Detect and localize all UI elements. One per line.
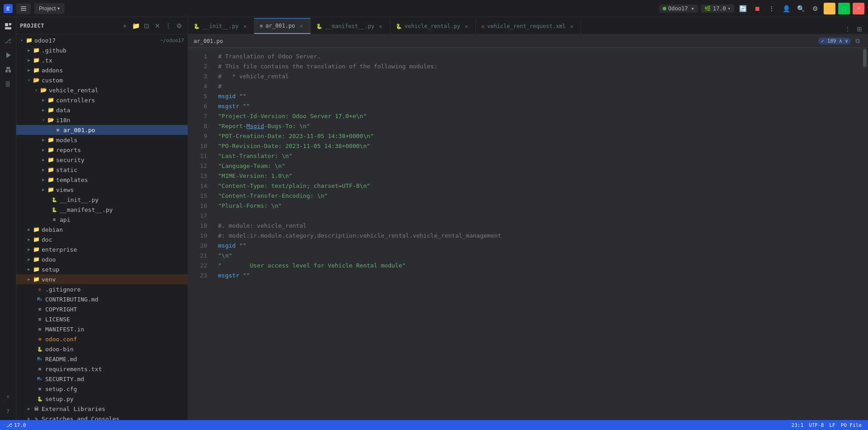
tree-debian[interactable]: ▶ 📁 debian <box>16 225 188 234</box>
svg-rect-8 <box>5 70 8 72</box>
status-file-type[interactable]: PO File <box>838 422 864 428</box>
tree-controllers[interactable]: ▶ 📁 controllers <box>16 95 188 105</box>
maximize-btn[interactable]: □ <box>838 3 850 14</box>
tree-contributing[interactable]: M↓ CONTRIBUTING.md <box>16 294 188 304</box>
tree-venv[interactable]: ▶ 📁 venv <box>16 274 188 284</box>
panel-new-folder[interactable]: 📁 <box>131 21 141 31</box>
activity-database[interactable]: 🗄 <box>2 78 14 91</box>
code-line-2: # This file contains the translation of … <box>218 62 862 72</box>
tree-manifest-in[interactable]: ≡ MANIFEST.in <box>16 324 188 334</box>
tree-i18n[interactable]: ▾ 📂 i18n <box>16 115 188 125</box>
close-btn[interactable]: ✕ <box>853 3 864 14</box>
tree-manifest-py[interactable]: 🐍 __manifest__.py <box>16 205 188 215</box>
project-btn[interactable]: Project ▾ <box>34 3 64 14</box>
tree-custom[interactable]: ▾ 📂 custom <box>16 75 188 85</box>
panel-collapse[interactable]: ⊡ <box>142 21 152 31</box>
tree-views[interactable]: ▶ 📁 views <box>16 185 188 195</box>
code-editor[interactable]: 1 2 3 4 5 6 7 8 9 10 11 12 13 14 15 16 1… <box>188 48 868 420</box>
panel-new-file[interactable]: + <box>120 21 130 31</box>
tab-more-btn[interactable]: ⋮ <box>843 24 853 34</box>
code-line-6: msgstr "" <box>218 101 862 111</box>
update-icon[interactable]: 🔄 <box>737 3 749 14</box>
editor-scrollbar[interactable] <box>862 48 868 420</box>
tree-templates[interactable]: ▶ 📁 templates <box>16 175 188 185</box>
odoo-badge[interactable]: Odoo17 ▾ <box>659 5 698 13</box>
tree-external-libs[interactable]: ▶ 🏛 External Libraries <box>16 404 188 414</box>
tree-reports[interactable]: ▶ 📁 reports <box>16 145 188 155</box>
tree-addons[interactable]: ▶ 📁 addons <box>16 65 188 75</box>
tree-root[interactable]: ▾ 📁 odoo17 ~/odoo17 <box>16 35 188 45</box>
code-line-19: #: model:ir.module.category,description:… <box>218 231 862 241</box>
activity-bar: ⎇ 🗄 ⚡ ? <box>0 17 16 420</box>
panel-settings[interactable]: ⚙ <box>174 21 184 31</box>
settings-icon[interactable]: ⚙ <box>809 3 821 14</box>
tree-ar001-po[interactable]: ≡ ar_001.po <box>16 125 188 135</box>
svg-rect-9 <box>9 70 11 72</box>
minimize-btn[interactable]: — <box>824 3 835 14</box>
tree-enterprise[interactable]: ▶ 📁 enterprise <box>16 244 188 254</box>
tree-setup-cfg[interactable]: ≡ setup.cfg <box>16 384 188 394</box>
panel-more[interactable]: ⋮ <box>163 21 173 31</box>
status-line-sep[interactable]: LF <box>826 422 838 428</box>
tree-api[interactable]: ≡ api <box>16 215 188 225</box>
editor-split-btn[interactable]: ⧉ <box>853 36 863 46</box>
svg-rect-2 <box>21 8 26 9</box>
line-numbers: 1 2 3 4 5 6 7 8 9 10 11 12 13 14 15 16 1… <box>188 48 211 420</box>
tree-odoo[interactable]: ▶ 📁 odoo <box>16 254 188 264</box>
tree-github[interactable]: ▶ 📁 .github <box>16 45 188 55</box>
svg-rect-3 <box>21 10 26 11</box>
panel-close[interactable]: ✕ <box>152 21 162 31</box>
code-line-11: "Last-Translator: \n" <box>218 151 862 161</box>
tree-copyright[interactable]: ≡ COPYRIGHT <box>16 304 188 314</box>
code-line-18: #. module: vehicle_rental <box>218 221 862 231</box>
activity-git[interactable]: ⎇ <box>2 34 14 47</box>
tree-static[interactable]: ▶ 📁 static <box>16 165 188 175</box>
code-content[interactable]: # Translation of Odoo Server. # This fil… <box>211 48 862 420</box>
line-counter-badge: ✓ 189 ∧ ∨ <box>818 38 851 44</box>
tab-init-py[interactable]: 🐍 __init__.py ✕ <box>188 18 254 34</box>
tree-scratches[interactable]: ▶ ✎ Scratches and Consoles <box>16 414 188 420</box>
panel-header: Project + 📁 ⊡ ✕ ⋮ ⚙ <box>16 17 188 34</box>
tree-setup-py[interactable]: 🐍 setup.py <box>16 394 188 404</box>
tab-manifest-py[interactable]: 🐍 __manifest__.py ✕ <box>311 18 390 34</box>
tree-doc[interactable]: ▶ 📁 doc <box>16 234 188 244</box>
tab-bar: 🐍 __init__.py ✕ ≡ ar_001.po ✕ 🐍 __manife… <box>188 17 868 34</box>
svg-rect-6 <box>5 27 11 29</box>
user-icon[interactable]: 👤 <box>780 3 792 14</box>
tree-requirements[interactable]: ≡ requirements.txt <box>16 364 188 374</box>
tab-vehicle-rent-request-xml[interactable]: ◇ vehicle_rent_request.xml ✕ <box>476 18 581 34</box>
tab-vehicle-rental-py[interactable]: 🐍 vehicle_rental.py ✕ <box>390 18 476 34</box>
tree-license[interactable]: ≡ LICENSE <box>16 314 188 324</box>
status-encoding[interactable]: UTF-8 <box>806 422 826 428</box>
svg-rect-4 <box>5 23 8 26</box>
breadcrumb-bar: ar_001.po ✓ 189 ∧ ∨ ⧉ <box>188 34 868 48</box>
tab-ar001-po[interactable]: ≡ ar_001.po ✕ <box>254 18 311 34</box>
activity-project[interactable] <box>2 20 14 33</box>
tree-models[interactable]: ▶ 📁 models <box>16 135 188 145</box>
tree-odoo-conf[interactable]: ⚙ odoo.conf <box>16 334 188 344</box>
tree-readme[interactable]: M↓ README.md <box>16 354 188 364</box>
tree-vehicle-rental[interactable]: ▾ 📂 vehicle_rental <box>16 85 188 95</box>
tree-setup[interactable]: ▶ 📁 setup <box>16 264 188 274</box>
activity-run[interactable] <box>2 49 14 62</box>
more-options-icon[interactable]: ⋮ <box>766 3 778 14</box>
activity-help[interactable]: ? <box>2 405 14 417</box>
activity-plugins[interactable]: ⚡ <box>2 390 14 403</box>
activity-packages[interactable] <box>2 63 14 76</box>
tree-init-py[interactable]: 🐍 __init__.py <box>16 195 188 205</box>
tab-layout-btn[interactable]: ⊞ <box>854 24 864 34</box>
version-badge[interactable]: 🌿 17.0 ▾ <box>701 5 734 13</box>
hamburger-menu[interactable] <box>16 3 31 14</box>
code-line-9: "POT-Creation-Date: 2023-11-05 14:38+000… <box>218 131 862 141</box>
tree-data[interactable]: ▶ 📁 data <box>16 105 188 115</box>
status-git[interactable]: ⎇ 17.0 <box>4 422 29 428</box>
tree-tx[interactable]: ▶ 📁 .tx <box>16 55 188 65</box>
tree-security[interactable]: ▶ 📁 security <box>16 155 188 165</box>
tree-gitignore[interactable]: ⊘ .gitignore <box>16 284 188 294</box>
tree-odoo-bin[interactable]: 🐍 odoo-bin <box>16 344 188 354</box>
tree-security-md[interactable]: M↓ SECURITY.md <box>16 374 188 384</box>
stop-icon[interactable]: ⏹ <box>751 3 763 14</box>
status-line-col[interactable]: 23:1 <box>789 422 806 428</box>
file-panel: Project + 📁 ⊡ ✕ ⋮ ⚙ ▾ 📁 odoo17 ~/odoo17 … <box>16 17 188 420</box>
search-icon[interactable]: 🔍 <box>795 3 806 14</box>
